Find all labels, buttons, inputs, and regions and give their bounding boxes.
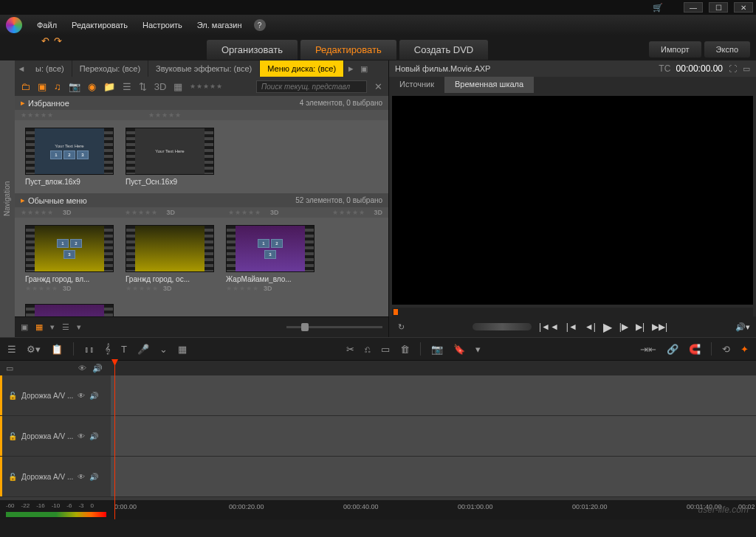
tab-organize[interactable]: Организовать [207, 40, 298, 60]
redo-icon[interactable]: ↷ [54, 35, 62, 46]
goto-end-icon[interactable]: ▶▶| [652, 322, 667, 332]
lib-tab-add[interactable]: ▣ [357, 60, 371, 77]
marker-icon[interactable]: 🔖 [453, 344, 465, 355]
menu-edit[interactable]: Редактировать [66, 18, 134, 32]
folder-icon[interactable]: 📁 [103, 81, 115, 92]
link-icon[interactable]: 🔗 [667, 344, 678, 355]
split-icon[interactable]: ⎌ [365, 344, 371, 355]
tab-edit[interactable]: Редактировать [300, 40, 396, 60]
help-icon[interactable]: ? [254, 19, 266, 31]
marker-tool-icon[interactable]: ⌄ [159, 344, 168, 355]
thumb-item[interactable]: Гранжд город, ос... ★★★★★3D [126, 225, 214, 292]
lock-icon[interactable]: 🔓 [8, 392, 17, 400]
next-icon[interactable]: ▶| [636, 322, 645, 332]
preview-tab-timeline[interactable]: Временная шкала [444, 77, 534, 93]
clipboard-icon[interactable]: 📋 [51, 344, 63, 355]
lock-icon[interactable]: 🔓 [8, 473, 17, 481]
lib-tab-all[interactable]: ы: (все) [28, 60, 72, 77]
speaker-icon[interactable]: 🔊 [89, 392, 98, 400]
list-view-icon[interactable]: ☰ [62, 322, 69, 332]
thumb-item[interactable]: 123 Гранжд город, вл... ★★★★★3D [25, 225, 114, 292]
fullscreen-icon[interactable]: ▭ [743, 64, 750, 74]
lib-tab-discmenu[interactable]: Меню диска: (все) [260, 60, 344, 77]
trash-icon[interactable]: 🗑 [400, 344, 410, 355]
goto-start-icon[interactable]: |◄◄ [539, 322, 559, 332]
photo-icon[interactable]: 📷 [69, 81, 80, 92]
magnet-icon[interactable]: 🧲 [689, 344, 701, 355]
search-input[interactable] [256, 80, 367, 93]
track-body[interactable] [111, 375, 756, 415]
fx-icon[interactable]: ✦ [740, 344, 749, 355]
lib-tab-prev[interactable]: ◄ [15, 60, 28, 77]
track-header[interactable]: 🔓 Дорожка A/V ... 👁 🔊 [0, 457, 111, 496]
cart-icon[interactable]: 🛒 [653, 3, 663, 13]
jog-wheel[interactable] [472, 323, 532, 330]
razor-icon[interactable]: ✂ [346, 344, 354, 355]
music-icon[interactable]: ♫ [54, 81, 61, 92]
eye-icon[interactable]: 👁 [78, 364, 86, 373]
search-clear-icon[interactable]: ✕ [374, 81, 382, 92]
popout-icon[interactable]: ⛶ [729, 64, 737, 73]
stack-icon[interactable]: ▣ [21, 322, 28, 332]
thumb-item[interactable]: Your Text Here123 Пуст_влож.16x9 [25, 128, 114, 186]
grid-icon[interactable]: ▦ [178, 344, 187, 355]
title-icon[interactable]: T [121, 344, 127, 355]
undo-icon[interactable]: ↶ [41, 35, 49, 46]
timeline-ruler[interactable]: -60-22-16-10-6-30 0:00.00 00:00:20.00 00… [0, 500, 756, 519]
mic-icon[interactable]: 🎤 [137, 344, 149, 355]
track-body[interactable] [111, 457, 756, 496]
scrub-bar[interactable] [392, 308, 753, 316]
collection-icon[interactable]: ▣ [38, 81, 47, 92]
prev-icon[interactable]: |◄ [566, 322, 577, 332]
menu-estore[interactable]: Эл. магазин [191, 18, 248, 32]
gear-icon[interactable]: ⚙▾ [27, 344, 41, 355]
snapshot-icon[interactable]: 📷 [431, 344, 443, 355]
grid-view-icon[interactable]: ▦ [35, 322, 43, 332]
close-button[interactable]: ✕ [734, 2, 753, 13]
treble-icon[interactable]: 𝄞 [105, 343, 111, 355]
tl-menu-icon[interactable]: ☰ [7, 344, 16, 355]
section-favorites[interactable]: ▸ Избранное 4 элементов, 0 выбрано [15, 96, 388, 110]
volume-icon[interactable]: 🔊▾ [735, 322, 750, 332]
track-header[interactable]: 🔓 Дорожка A/V ... 👁 🔊 [0, 375, 111, 415]
minimize-button[interactable]: — [684, 2, 703, 13]
trim-icon[interactable]: ⇥⇤ [640, 344, 656, 355]
tab-dvd[interactable]: Создать DVD [399, 40, 488, 60]
speaker-icon[interactable]: 🔊 [89, 473, 98, 481]
loop-icon[interactable]: ↻ [398, 322, 405, 332]
target-icon[interactable]: ◉ [88, 81, 96, 92]
list-icon[interactable]: ☰ [123, 81, 131, 92]
step-back-icon[interactable]: ◄| [585, 322, 596, 332]
dropdown-icon[interactable]: ▾ [475, 344, 481, 355]
thumb-item[interactable]: ЖарМайами_осн... ★★★★★3D [25, 304, 114, 316]
navigation-strip[interactable]: Navigation [0, 60, 15, 337]
speaker-icon[interactable]: 🔊 [89, 432, 98, 440]
view-icon[interactable]: ▦ [173, 81, 182, 92]
lib-tab-soundfx[interactable]: Звуковые эффекты: (все) [148, 60, 260, 77]
menu-setup[interactable]: Настроить [137, 18, 188, 32]
track-body[interactable] [111, 416, 756, 456]
clip-icon[interactable]: ▭ [381, 344, 390, 355]
track-header[interactable]: 🔓 Дорожка A/V ... 👁 🔊 [0, 416, 111, 456]
ripple-icon[interactable]: ⟲ [722, 344, 730, 355]
thumb-item[interactable]: Your Text Here Пуст_Осн.16x9 [126, 128, 214, 186]
speaker-icon[interactable]: 🔊 [92, 364, 103, 373]
dropdown-icon[interactable]: ▾ [77, 322, 81, 332]
eye-icon[interactable]: 👁 [78, 432, 85, 440]
eye-icon[interactable]: 👁 [78, 392, 85, 400]
import-button[interactable]: Импорт [649, 41, 701, 58]
menu-file[interactable]: Файл [31, 18, 63, 32]
thumb-item[interactable]: 123 ЖарМайами_вло... ★★★★★3D [226, 225, 315, 292]
lib-tab-next[interactable]: ► [344, 60, 357, 77]
play-icon[interactable]: ▶ [603, 320, 612, 334]
lock-icon[interactable]: 🔓 [8, 432, 17, 440]
dropdown-icon[interactable]: ▾ [50, 322, 55, 332]
step-fwd-icon[interactable]: |▶ [619, 322, 628, 332]
lib-tab-transitions[interactable]: Переходы: (все) [72, 60, 148, 77]
rating-filter[interactable]: ★★★★★ [190, 83, 223, 90]
sort-icon[interactable]: ⇅ [139, 81, 147, 92]
playhead[interactable] [114, 361, 115, 519]
tl-collapse-icon[interactable]: ▭ [6, 364, 13, 373]
zoom-slider[interactable] [286, 326, 382, 328]
bin-icon[interactable]: 🗀 [21, 81, 30, 92]
